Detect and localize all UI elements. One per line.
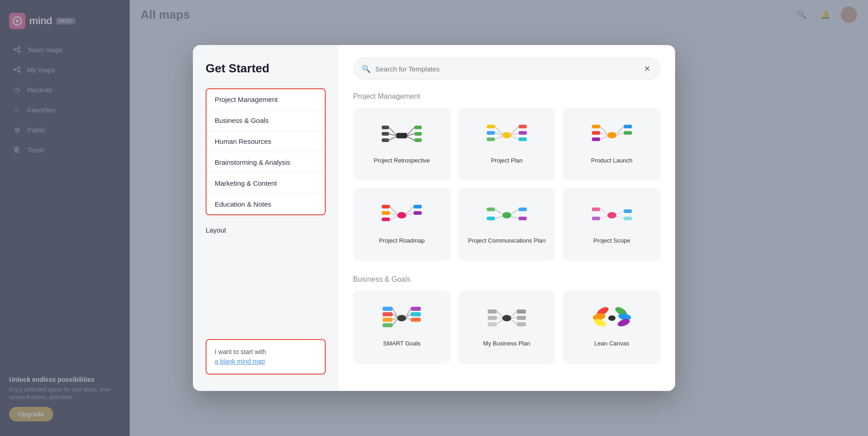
template-project-plan[interactable]: Project Plan bbox=[458, 108, 556, 181]
section-business-goals: Business & Goals bbox=[353, 275, 661, 364]
template-icon-retrospective bbox=[379, 119, 424, 151]
svg-point-25 bbox=[502, 132, 511, 138]
svg-rect-18 bbox=[414, 138, 422, 142]
svg-line-90 bbox=[406, 309, 411, 316]
svg-point-38 bbox=[607, 132, 616, 138]
svg-rect-82 bbox=[383, 323, 393, 327]
svg-rect-81 bbox=[383, 318, 393, 322]
svg-line-56 bbox=[390, 213, 397, 215]
svg-rect-29 bbox=[519, 125, 527, 128]
template-icon-comms bbox=[484, 199, 530, 231]
template-project-roadmap[interactable]: Project Roadmap bbox=[353, 188, 451, 261]
template-project-communications-plan[interactable]: Project Communications Plan bbox=[458, 188, 556, 261]
svg-line-89 bbox=[393, 319, 397, 325]
svg-line-57 bbox=[390, 217, 397, 219]
template-icon-plan bbox=[484, 119, 530, 151]
search-input[interactable] bbox=[375, 65, 638, 73]
template-icon-scope bbox=[589, 199, 635, 231]
svg-line-74 bbox=[600, 209, 607, 214]
template-project-retrospective[interactable]: Project Retrospective bbox=[353, 108, 451, 181]
svg-rect-85 bbox=[411, 318, 421, 322]
template-lean-canvas[interactable]: Lean Canvas bbox=[563, 291, 661, 364]
svg-point-69 bbox=[607, 212, 616, 218]
template-project-scope[interactable]: Project Scope bbox=[563, 188, 661, 261]
template-icon-launch bbox=[589, 119, 635, 151]
svg-rect-73 bbox=[624, 217, 632, 220]
svg-rect-15 bbox=[382, 138, 389, 142]
svg-line-45 bbox=[600, 133, 607, 135]
svg-rect-42 bbox=[624, 125, 632, 128]
svg-line-37 bbox=[511, 137, 519, 139]
svg-line-77 bbox=[616, 217, 624, 218]
svg-line-44 bbox=[600, 127, 607, 134]
svg-line-104 bbox=[511, 318, 517, 318]
svg-line-46 bbox=[600, 137, 607, 139]
svg-line-67 bbox=[511, 209, 519, 214]
svg-point-93 bbox=[502, 315, 511, 321]
template-icon-smart bbox=[379, 302, 424, 334]
svg-line-58 bbox=[406, 207, 414, 214]
section-title-bg: Business & Goals bbox=[353, 275, 661, 284]
svg-rect-98 bbox=[517, 316, 526, 320]
svg-line-24 bbox=[407, 137, 414, 140]
svg-rect-12 bbox=[396, 133, 407, 138]
svg-line-36 bbox=[511, 133, 519, 135]
search-icon: 🔍 bbox=[362, 65, 371, 73]
svg-rect-84 bbox=[411, 312, 421, 316]
category-human-resources[interactable]: Human Resources bbox=[207, 131, 325, 152]
template-name-roadmap: Project Roadmap bbox=[379, 237, 424, 244]
svg-line-59 bbox=[406, 213, 414, 215]
svg-line-65 bbox=[495, 209, 502, 214]
template-name-smart: SMART Goals bbox=[383, 340, 421, 347]
svg-line-102 bbox=[497, 320, 502, 324]
blank-map-text: I want to start with bbox=[215, 348, 317, 355]
svg-rect-53 bbox=[414, 205, 422, 208]
template-smart-goals[interactable]: SMART Goals bbox=[353, 291, 451, 364]
svg-rect-97 bbox=[517, 309, 526, 314]
modal-title: Get Started bbox=[206, 61, 326, 76]
modal-right-panel: 🔍 × Project Management bbox=[338, 45, 675, 391]
blank-map-box: I want to start with a blank mind map bbox=[206, 339, 326, 375]
layout-section: Layout bbox=[206, 226, 326, 234]
svg-point-49 bbox=[397, 212, 406, 218]
template-product-launch[interactable]: Product Launch bbox=[563, 108, 661, 181]
svg-rect-79 bbox=[383, 307, 393, 311]
svg-rect-41 bbox=[592, 137, 600, 141]
category-education-notes[interactable]: Education & Notes bbox=[207, 194, 325, 214]
template-name-plan: Project Plan bbox=[491, 157, 523, 164]
template-my-business-plan[interactable]: My Business Plan bbox=[458, 291, 556, 364]
svg-rect-43 bbox=[624, 131, 632, 135]
svg-line-34 bbox=[495, 137, 502, 139]
svg-line-19 bbox=[389, 127, 396, 135]
layout-label: Layout bbox=[206, 226, 226, 234]
category-project-management[interactable]: Project Management bbox=[207, 89, 325, 110]
svg-rect-27 bbox=[487, 131, 495, 135]
category-brainstorming-analysis[interactable]: Brainstorming & Analysis bbox=[207, 152, 325, 173]
svg-line-105 bbox=[511, 320, 517, 324]
svg-rect-99 bbox=[517, 322, 526, 326]
close-button[interactable]: × bbox=[642, 63, 652, 75]
svg-rect-54 bbox=[414, 211, 422, 215]
svg-rect-16 bbox=[414, 126, 422, 129]
template-name-lean: Lean Canvas bbox=[594, 340, 629, 347]
svg-rect-94 bbox=[488, 309, 497, 314]
svg-rect-52 bbox=[382, 218, 390, 221]
svg-rect-50 bbox=[382, 205, 390, 208]
svg-line-103 bbox=[511, 311, 517, 316]
svg-rect-13 bbox=[382, 126, 389, 129]
svg-point-106 bbox=[608, 315, 616, 321]
svg-rect-72 bbox=[624, 209, 632, 213]
category-marketing-content[interactable]: Marketing & Content bbox=[207, 173, 325, 194]
svg-point-60 bbox=[502, 212, 511, 218]
template-icon-lean bbox=[589, 302, 635, 334]
svg-rect-17 bbox=[414, 132, 422, 136]
blank-map-link[interactable]: a blank mind map bbox=[215, 358, 265, 365]
category-business-goals[interactable]: Business & Goals bbox=[207, 110, 325, 131]
svg-line-66 bbox=[495, 217, 502, 218]
template-name-business: My Business Plan bbox=[483, 340, 530, 347]
svg-line-100 bbox=[497, 311, 502, 316]
modal-overlay: Get Started Project Management Business … bbox=[0, 0, 868, 436]
template-grid-pm: Project Retrospective bbox=[353, 108, 661, 261]
template-grid-bg: SMART Goals bbox=[353, 291, 661, 364]
svg-rect-40 bbox=[592, 131, 600, 135]
